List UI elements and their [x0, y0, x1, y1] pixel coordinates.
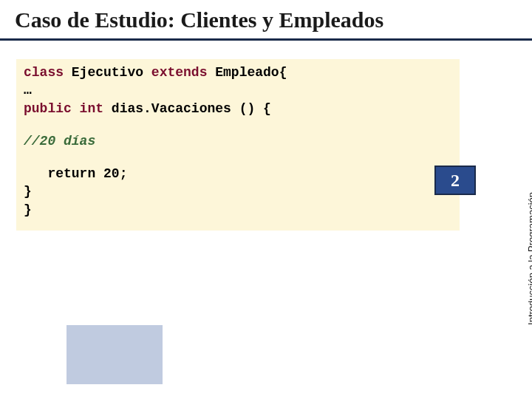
- superclass-name: Empleado{: [215, 65, 287, 80]
- number-badge: 2: [434, 166, 476, 195]
- code-line-close-class: }: [24, 201, 452, 219]
- side-label-text: Introducción a la Programación Orientada…: [526, 192, 532, 325]
- slide: Caso de Estudio: Clientes y Empleados cl…: [0, 0, 532, 399]
- keyword-public-int: public int: [24, 101, 112, 116]
- code-line-return: return 20;: [24, 165, 452, 183]
- keyword-class: class: [24, 65, 72, 80]
- side-label-line1: Introducción a la Programación: [526, 192, 532, 325]
- code-block: class Ejecutivo extends Empleado{ … publ…: [16, 59, 460, 231]
- class-name: Ejecutivo: [72, 65, 143, 80]
- decor-rectangle: [66, 325, 163, 384]
- blank-line: [24, 150, 452, 165]
- title-bar: Caso de Estudio: Clientes y Empleados: [0, 0, 532, 41]
- slide-title: Caso de Estudio: Clientes y Empleados: [15, 7, 517, 33]
- keyword-extends: extends: [143, 65, 215, 80]
- method-name: dias.Vacaciones () {: [112, 101, 271, 116]
- side-label: Introducción a la Programación Orientada…: [497, 37, 526, 207]
- return-value: 20;: [103, 166, 127, 181]
- code-line-close-method: }: [24, 183, 452, 200]
- code-line-1: class Ejecutivo extends Empleado{: [24, 64, 452, 81]
- code-line-2: …: [24, 81, 452, 99]
- code-line-3: public int dias.Vacaciones () {: [24, 100, 452, 117]
- indent: return: [24, 166, 103, 181]
- code-comment: //20 días: [24, 132, 452, 150]
- blank-line: [24, 117, 452, 132]
